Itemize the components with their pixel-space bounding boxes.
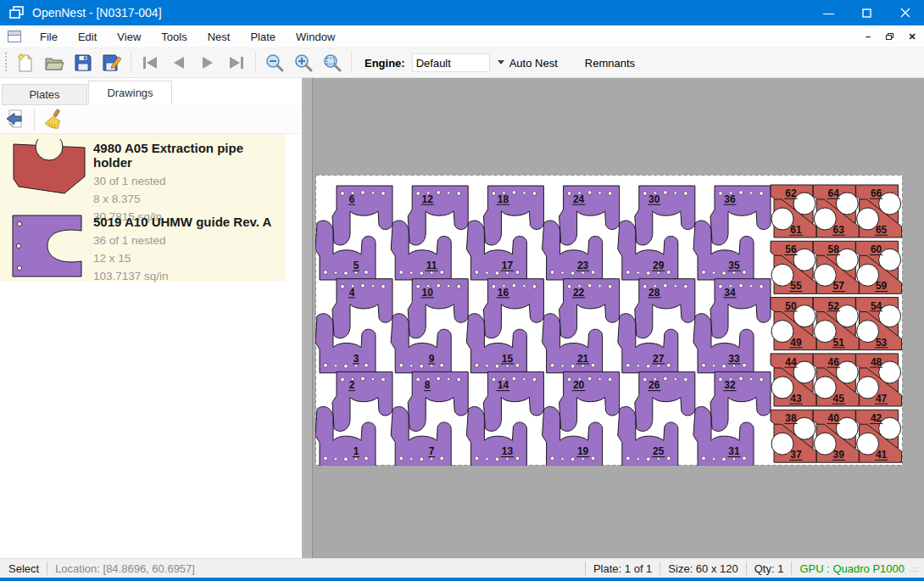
plate-svg[interactable]: 6512111817242330293635431091615222128273… bbox=[315, 175, 903, 466]
red-part-pair[interactable]: 4645 bbox=[813, 354, 859, 406]
app-icon bbox=[9, 6, 25, 20]
status-location: Location: [84.8696, 60.6957] bbox=[55, 562, 195, 575]
mdi-minimize-button[interactable]: – bbox=[858, 28, 878, 45]
svg-text:40: 40 bbox=[828, 412, 840, 424]
menu-item-file[interactable]: File bbox=[30, 27, 68, 47]
zoom-out-icon[interactable] bbox=[260, 50, 289, 75]
svg-text:7: 7 bbox=[429, 445, 435, 457]
svg-text:51: 51 bbox=[833, 337, 845, 349]
svg-text:12: 12 bbox=[422, 193, 434, 205]
menu-item-view[interactable]: View bbox=[107, 27, 151, 47]
red-part-pair[interactable]: 4443 bbox=[771, 354, 816, 406]
main-toolbar: Engine: Default Auto Nest Remnants bbox=[0, 48, 924, 78]
svg-text:32: 32 bbox=[724, 379, 736, 391]
svg-text:18: 18 bbox=[498, 193, 509, 205]
maximize-button[interactable] bbox=[848, 0, 886, 25]
auto-nest-button[interactable]: Auto Nest bbox=[502, 52, 565, 75]
save-as-icon[interactable] bbox=[97, 50, 126, 75]
red-part-pair[interactable]: 4039 bbox=[813, 410, 859, 462]
menu-item-nest[interactable]: Nest bbox=[198, 27, 241, 47]
svg-text:8: 8 bbox=[425, 379, 431, 391]
svg-text:60: 60 bbox=[871, 243, 882, 255]
open-folder-icon[interactable] bbox=[40, 50, 69, 75]
drawing-item[interactable]: 5019 A10 UHMW guide Rev. A 36 of 1 neste… bbox=[0, 208, 286, 282]
svg-text:38: 38 bbox=[785, 412, 797, 424]
red-part-pair[interactable]: 4241 bbox=[856, 410, 902, 462]
svg-text:63: 63 bbox=[833, 224, 845, 236]
svg-text:13: 13 bbox=[502, 445, 514, 457]
svg-text:28: 28 bbox=[648, 287, 660, 299]
remnants-button[interactable]: Remnants bbox=[577, 52, 643, 75]
svg-text:15: 15 bbox=[502, 353, 514, 365]
drawing-size: 12 x 15 bbox=[93, 249, 271, 267]
svg-text:36: 36 bbox=[724, 193, 736, 205]
svg-text:20: 20 bbox=[573, 379, 585, 391]
svg-text:9: 9 bbox=[429, 353, 435, 365]
svg-text:31: 31 bbox=[728, 445, 740, 457]
drawings-toolbar bbox=[0, 105, 302, 134]
engine-label: Engine: bbox=[365, 57, 405, 70]
status-mode: Select bbox=[8, 562, 39, 575]
go-previous-icon[interactable] bbox=[164, 50, 193, 75]
minimize-button[interactable]: — bbox=[810, 0, 848, 25]
menu-item-edit[interactable]: Edit bbox=[68, 27, 107, 47]
new-document-icon[interactable] bbox=[11, 50, 40, 75]
go-next-icon[interactable] bbox=[193, 50, 222, 75]
red-part-pair[interactable]: 5049 bbox=[771, 298, 816, 350]
red-part-pair[interactable]: 6463 bbox=[813, 185, 859, 237]
drawing-item[interactable]: 4980 A05 Extraction pipe holder 30 of 1 … bbox=[0, 134, 286, 208]
svg-text:35: 35 bbox=[728, 260, 740, 271]
svg-text:26: 26 bbox=[648, 379, 660, 391]
svg-text:4: 4 bbox=[349, 287, 355, 299]
svg-text:42: 42 bbox=[871, 412, 882, 424]
red-part-pair[interactable]: 4847 bbox=[856, 354, 902, 406]
menu-item-plate[interactable]: Plate bbox=[240, 27, 286, 47]
red-part-pair[interactable]: 5251 bbox=[813, 298, 859, 350]
import-drawing-icon[interactable] bbox=[0, 107, 29, 132]
svg-text:55: 55 bbox=[790, 280, 802, 292]
clear-broom-icon[interactable] bbox=[40, 107, 69, 132]
tab-drawings[interactable]: Drawings bbox=[88, 81, 172, 105]
engine-combobox[interactable]: Default bbox=[412, 53, 490, 72]
menu-item-tools[interactable]: Tools bbox=[151, 27, 197, 47]
red-part-pair[interactable]: 5655 bbox=[771, 241, 816, 293]
close-button[interactable] bbox=[886, 0, 924, 25]
red-part-pair[interactable]: 6261 bbox=[771, 185, 816, 237]
go-last-icon[interactable] bbox=[222, 50, 251, 75]
app-window: OpenNest - [N0317-004] — FileEditViewToo… bbox=[0, 0, 924, 581]
mdi-close-button[interactable]: ✕ bbox=[902, 28, 922, 45]
red-part-pair[interactable]: 3837 bbox=[771, 410, 816, 462]
toolbar-grip[interactable] bbox=[3, 53, 8, 73]
status-plate: Plate: 1 of 1 bbox=[593, 562, 652, 575]
mdi-document-icon[interactable] bbox=[8, 31, 21, 42]
svg-text:27: 27 bbox=[653, 353, 665, 365]
menu-item-window[interactable]: Window bbox=[286, 27, 345, 47]
svg-text:21: 21 bbox=[577, 353, 589, 365]
svg-text:50: 50 bbox=[785, 300, 797, 312]
svg-text:25: 25 bbox=[653, 445, 665, 457]
svg-text:47: 47 bbox=[876, 393, 888, 405]
save-icon[interactable] bbox=[69, 50, 97, 75]
nest-canvas[interactable]: 6512111817242330293635431091615222128273… bbox=[302, 78, 924, 558]
svg-text:14: 14 bbox=[498, 379, 509, 391]
red-part-pair[interactable]: 6665 bbox=[856, 185, 902, 237]
mdi-restore-button[interactable] bbox=[880, 28, 900, 45]
zoom-in-icon[interactable] bbox=[289, 50, 318, 75]
engine-value: Default bbox=[416, 57, 451, 70]
red-part-pair[interactable]: 5453 bbox=[856, 298, 902, 350]
zoom-fit-icon[interactable] bbox=[318, 50, 347, 75]
red-part-pair[interactable]: 6059 bbox=[856, 241, 902, 293]
resize-grip[interactable]: .:: bbox=[910, 565, 921, 577]
svg-text:53: 53 bbox=[876, 337, 888, 349]
svg-text:61: 61 bbox=[790, 224, 802, 236]
svg-text:30: 30 bbox=[648, 193, 660, 205]
red-part-pair[interactable]: 5857 bbox=[813, 241, 859, 293]
sidebar-tabs: Plates Drawings bbox=[0, 81, 302, 105]
go-first-icon[interactable] bbox=[136, 50, 164, 75]
svg-text:6: 6 bbox=[349, 193, 355, 205]
purple-part-thumbnail bbox=[10, 213, 93, 282]
svg-text:5: 5 bbox=[353, 260, 359, 271]
plate[interactable]: 6512111817242330293635431091615222128273… bbox=[315, 175, 903, 466]
drawing-size: 8 x 8.375 bbox=[93, 190, 286, 208]
tab-plates[interactable]: Plates bbox=[2, 84, 87, 105]
